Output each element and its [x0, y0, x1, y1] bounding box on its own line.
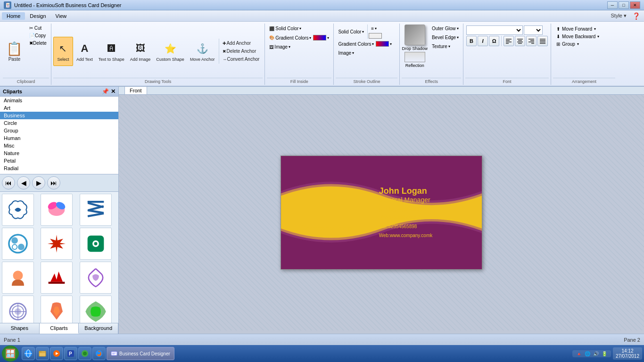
cliparts-pin-icon[interactable]: 📌 [102, 88, 109, 95]
clipart-item-6[interactable] [80, 228, 112, 260]
clipart-item-10[interactable] [2, 296, 34, 323]
category-list[interactable]: Animals Art Business Circle Group Human … [0, 97, 118, 174]
window-title: Untitled - EximiouSoft Business Card Des… [14, 2, 121, 8]
stroke-gradient-button[interactable]: Gradient Colors ▾ ▾ [336, 40, 397, 48]
fill-image-button[interactable]: 🖼 Image ▾ [267, 43, 331, 51]
taskbar-explorer[interactable] [36, 347, 49, 360]
clipart-item-1[interactable] [2, 194, 34, 226]
italic-button[interactable]: I [478, 36, 488, 46]
add-image-button[interactable]: 🖼 Add Image [128, 37, 153, 66]
group-button[interactable]: ⊞ Group ▾ [554, 41, 614, 48]
menu-design[interactable]: Design [25, 12, 50, 20]
category-human[interactable]: Human [0, 134, 118, 142]
custom-shape-button[interactable]: ⭐ Custom Shape [154, 37, 187, 66]
app-icon: 🃏 [4, 1, 11, 9]
delete-anchor-button[interactable]: ✖ Delete Anchor [220, 48, 262, 55]
svg-point-24 [9, 235, 27, 253]
copy-button[interactable]: 📄Copy [27, 32, 49, 39]
clock[interactable]: 14:12 27/07/2012 [613, 347, 642, 360]
maximize-button[interactable]: □ [619, 1, 629, 9]
business-card[interactable]: Company logo John Logan General Manager … [281, 156, 482, 270]
taskbar-business-card[interactable]: Business Card Designer [107, 347, 174, 360]
minimize-button[interactable]: ─ [607, 1, 618, 9]
clipart-item-2[interactable] [41, 194, 73, 226]
bevel-edge-button[interactable]: Bevel Edge ▾ [429, 33, 461, 41]
move-anchor-button[interactable]: ⚓ Move Anchor [188, 37, 217, 66]
select-button[interactable]: ↖ Select [53, 37, 73, 66]
texture-button[interactable]: Texture ▾ [429, 42, 461, 50]
stroke-image-button[interactable]: Image ▾ [336, 49, 397, 57]
menu-view[interactable]: View [51, 12, 72, 20]
outer-glow-button[interactable]: Outer Glow ▾ [429, 25, 461, 33]
arrangement-label: Arrangement [553, 78, 615, 84]
special-chars-button[interactable]: Ω [489, 36, 499, 46]
justify-button[interactable] [537, 36, 548, 46]
start-button[interactable]: 🪟 [2, 346, 19, 362]
taskbar-firefox[interactable] [92, 347, 106, 360]
move-forward-button[interactable]: ⬆ Move Forward ▾ [554, 25, 614, 33]
convert-anchor-button[interactable]: ↔ Convert Anchor [220, 56, 262, 63]
add-text-button[interactable]: A Add Text [74, 37, 95, 66]
clipart-item-4[interactable] [2, 228, 34, 260]
text-to-shape-button[interactable]: 🅰 Text to Shape [96, 37, 127, 66]
delete-button[interactable]: ✖Delete [27, 40, 49, 47]
taskbar-app4[interactable]: P [64, 347, 77, 360]
style-help[interactable]: ❓ [630, 12, 642, 20]
clipart-grid[interactable] [0, 192, 118, 323]
clipart-item-3[interactable] [80, 194, 112, 226]
nav-next-button[interactable]: ▶ [32, 176, 45, 189]
reflection-button[interactable]: Reflection [405, 63, 424, 68]
canvas-tab-front[interactable]: Front [124, 87, 147, 94]
cliparts-close-icon[interactable]: ✕ [111, 88, 116, 95]
category-animals[interactable]: Animals [0, 97, 118, 104]
stroke-solid-color-button[interactable]: Solid Color ▾ [336, 28, 366, 36]
canvas-tab: Front [119, 87, 644, 95]
category-nature[interactable]: Nature [0, 149, 118, 157]
tab-background[interactable]: Background [79, 323, 118, 334]
clipart-item-7[interactable] [2, 262, 34, 294]
category-radial[interactable]: Radial [0, 165, 118, 172]
fill-solid-color-button[interactable]: ⬛ Solid Color ▾ [267, 25, 331, 33]
drop-shadow-preview[interactable] [405, 25, 425, 45]
taskbar-media[interactable] [50, 347, 63, 360]
align-left-button[interactable] [504, 36, 514, 46]
clipart-item-9[interactable] [80, 262, 112, 294]
font-size-select[interactable] [524, 25, 543, 35]
taskbar-app5[interactable] [78, 347, 91, 360]
move-backward-button[interactable]: ⬇ Move Backward ▾ [554, 33, 614, 40]
paste-button[interactable]: 📋 Paste [3, 25, 26, 78]
drop-shadow-button[interactable]: Drop Shadow [402, 46, 428, 51]
card-left: Company logo [281, 156, 372, 269]
taskbar-ie[interactable] [22, 347, 35, 360]
tab-cliparts[interactable]: Cliparts [40, 323, 79, 334]
stroke-line-style-button[interactable]: ≡ ▾ [369, 25, 382, 33]
align-right-button[interactable] [526, 36, 537, 46]
cut-button[interactable]: ✂ Cut [27, 25, 49, 32]
font-name-select[interactable] [466, 25, 523, 35]
nav-first-button[interactable]: ⏮ [2, 176, 15, 189]
nav-prev-button[interactable]: ◀ [17, 176, 30, 189]
clipart-item-11[interactable] [41, 296, 73, 323]
category-circle[interactable]: Circle [0, 119, 118, 127]
nav-last-button[interactable]: ⏭ [47, 176, 60, 189]
category-group[interactable]: Group [0, 127, 118, 134]
bold-button[interactable]: B [466, 36, 477, 46]
category-art[interactable]: Art [0, 104, 118, 112]
add-anchor-button[interactable]: ✚ Add Anchor [220, 40, 262, 47]
svg-point-25 [11, 237, 18, 244]
category-misc[interactable]: Misc [0, 142, 118, 149]
fill-gradient-button[interactable]: 🎨 Gradient Colors ▾ ▾ [267, 33, 331, 42]
clipart-item-5[interactable] [41, 228, 73, 260]
clipart-item-12[interactable] [80, 296, 112, 323]
align-center-button[interactable] [515, 36, 525, 46]
reflection-preview[interactable] [405, 52, 425, 62]
category-petal[interactable]: Petal [0, 157, 118, 165]
menu-home[interactable]: Home [2, 12, 25, 20]
category-business[interactable]: Business [0, 112, 118, 119]
canvas-area[interactable]: Front [119, 87, 644, 334]
style-dropdown[interactable]: Style ▾ [611, 13, 630, 19]
tab-shapes[interactable]: Shapes [0, 323, 40, 334]
ribbon: 📋 Paste ✂ Cut 📄Copy ✖Delete Clipboard [0, 22, 644, 87]
clipart-item-8[interactable] [41, 262, 73, 294]
close-button[interactable]: ✕ [630, 1, 640, 9]
